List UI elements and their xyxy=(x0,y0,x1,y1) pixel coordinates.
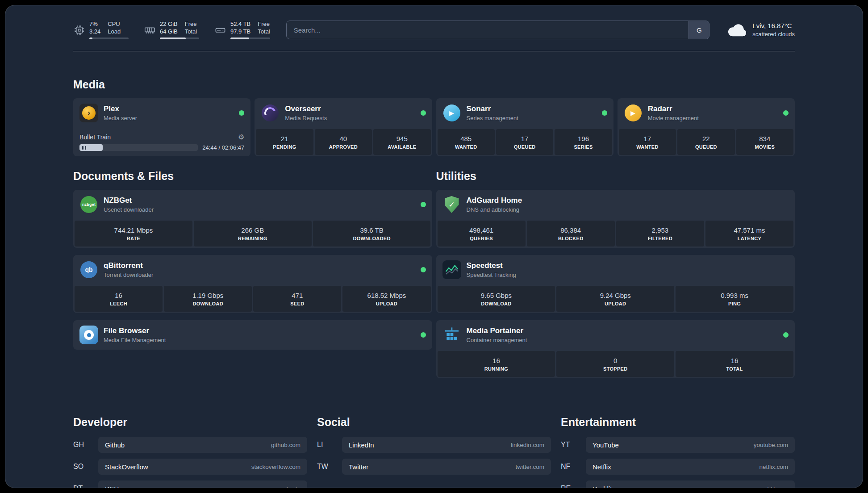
stat-label: APPROVED xyxy=(329,144,358,150)
stat-label: SERIES xyxy=(574,144,593,150)
status-dot xyxy=(421,332,426,338)
service-card-sonarr[interactable]: ▶ Sonarr Series management 485 WANTED 17… xyxy=(436,98,613,156)
stats-row: 16 RUNNING 0 STOPPED 16 TOTAL xyxy=(436,350,795,378)
stat-label: DOWNLOADED xyxy=(353,236,390,241)
resource-widget: 22 GiB 64 GiB Free Total xyxy=(144,21,199,39)
stat-label: QUEUED xyxy=(695,144,717,150)
stat-value: 266 GB xyxy=(241,226,264,234)
bookmark-linkedin[interactable]: LI LinkedIn linkedin.com xyxy=(317,437,551,453)
resource-progressbar xyxy=(89,38,129,39)
resource-value-1: 22 GiB xyxy=(160,21,178,28)
bookmark-abbr: DT xyxy=(73,485,98,488)
service-card-file-browser[interactable]: File Browser Media File Management xyxy=(73,320,432,350)
bookmark-domain: github.com xyxy=(271,442,300,448)
section-title-documents: Documents & Files xyxy=(73,170,432,183)
stat-label: PENDING xyxy=(273,144,296,150)
bookmark-dev[interactable]: DT DEV dev.to xyxy=(73,480,307,488)
resource-value-2: 64 GiB xyxy=(160,28,178,36)
resource-widgets: 7% 3.24 CPU Load 22 GiB 64 GiB Free T xyxy=(73,21,270,39)
utilities-cards: ✓ AdGuard Home DNS and adblocking 498,46… xyxy=(436,190,795,378)
weather-condition: scattered clouds xyxy=(752,30,795,38)
service-subtitle: Container management xyxy=(467,337,527,343)
gear-icon[interactable]: ⚙ xyxy=(238,133,244,141)
stat-label: TOTAL xyxy=(726,366,743,372)
weather-widget: Lviv, 16.87°C scattered clouds xyxy=(727,21,795,38)
service-card-overseerr[interactable]: Overseerr Media Requests 21 PENDING 40 A… xyxy=(255,98,432,156)
bookmark-abbr: GH xyxy=(73,441,98,449)
stat: 266 GB REMAINING xyxy=(194,221,312,246)
service-subtitle: Usenet downloader xyxy=(104,206,154,213)
sonarr-icon: ▶ xyxy=(442,104,461,122)
playback-time: 24:44 / 02:06:47 xyxy=(202,144,244,151)
memory-icon xyxy=(144,24,156,36)
bookmark-name: StackOverflow xyxy=(105,463,148,471)
stat-label: LEECH xyxy=(110,301,127,306)
service-card-speedtest[interactable]: Speedtest Speedtest Tracking 9.65 Gbps D… xyxy=(436,255,795,313)
bookmark-group-title: Entertainment xyxy=(561,416,795,429)
bookmark-twitter[interactable]: TW Twitter twitter.com xyxy=(317,459,551,475)
bookmark-group-entertainment: Entertainment YT YouTube youtube.com NF … xyxy=(561,416,795,488)
service-name: NZBGet xyxy=(104,196,154,205)
stats-row: 21 PENDING 40 APPROVED 945 AVAILABLE xyxy=(255,128,432,156)
stats-row: 16 LEECH 1.19 Gbps DOWNLOAD 471 SEED 618… xyxy=(73,284,432,313)
bookmark-abbr: NF xyxy=(561,463,586,471)
stat: 1.19 Gbps DOWNLOAD xyxy=(164,286,252,312)
stat-value: 21 xyxy=(281,135,288,142)
bookmark-youtube[interactable]: YT YouTube youtube.com xyxy=(561,437,795,453)
playback-progressbar xyxy=(79,144,198,151)
status-dot xyxy=(239,110,244,116)
resource-label-2: Total xyxy=(258,28,270,36)
two-column-area: Documents & Files nzbget NZBGet Usenet d… xyxy=(73,170,795,378)
stat-value: 744.21 Mbps xyxy=(114,226,153,234)
resource-value-2: 3.24 xyxy=(89,28,100,36)
bookmark-name: LinkedIn xyxy=(349,441,374,449)
resource-label-1: Free xyxy=(185,21,197,28)
stat: 196 SERIES xyxy=(555,129,612,155)
bookmark-netflix[interactable]: NF Netflix netflix.com xyxy=(561,459,795,475)
resource-widget: 52.4 TB 97.9 TB Free Total xyxy=(214,21,270,39)
search-provider-button[interactable]: G xyxy=(689,21,709,39)
stat: 40 APPROVED xyxy=(315,129,372,155)
stat: 945 AVAILABLE xyxy=(373,129,430,155)
stat-value: 17 xyxy=(644,135,651,142)
adguard-icon: ✓ xyxy=(442,195,461,214)
service-card-radarr[interactable]: ▶ Radarr Movie management 17 WANTED 22 Q… xyxy=(618,98,795,156)
bookmark-name: YouTube xyxy=(593,441,619,449)
bookmark-stackoverflow[interactable]: SO StackOverflow stackoverflow.com xyxy=(73,459,307,475)
stat-label: MOVIES xyxy=(755,144,775,150)
service-card-media-portainer[interactable]: Media Portainer Container management 16 … xyxy=(436,320,795,378)
stat-label: STOPPED xyxy=(603,366,627,372)
bookmark-github[interactable]: GH Github github.com xyxy=(73,437,307,453)
service-card-plex[interactable]: › Plex Media server Bullet Train ⚙ 24:44… xyxy=(73,98,250,156)
disk-icon xyxy=(214,24,226,36)
stat-value: 9.24 Gbps xyxy=(600,292,631,299)
stat-label: QUERIES xyxy=(470,236,493,241)
stats-row: 498,461 QUERIES 86,384 BLOCKED 2,953 FIL… xyxy=(436,219,795,248)
stat-value: 40 xyxy=(340,135,347,142)
service-card-qbittorrent[interactable]: qb qBittorrent Torrent downloader 16 LEE… xyxy=(73,255,432,313)
service-name: Speedtest xyxy=(467,261,516,270)
resource-value-2: 97.9 TB xyxy=(230,28,250,36)
resource-label-1: Free xyxy=(258,21,270,28)
bookmark-domain: dev.to xyxy=(284,485,300,489)
stat-value: 945 xyxy=(396,135,408,142)
bookmark-reddit[interactable]: RE Reddit reddit.com xyxy=(561,480,795,488)
bookmark-group-title: Social xyxy=(317,416,551,429)
stat-label: SEED xyxy=(290,301,304,306)
search-input[interactable] xyxy=(287,21,689,39)
stat-label: UPLOAD xyxy=(376,301,397,306)
qbittorrent-icon: qb xyxy=(79,260,98,279)
stat-label: WANTED xyxy=(455,144,477,150)
media-cards: › Plex Media server Bullet Train ⚙ 24:44… xyxy=(73,98,795,156)
cloud-icon xyxy=(727,23,747,37)
stats-row: 485 WANTED 17 QUEUED 196 SERIES xyxy=(436,128,613,156)
top-bar: 7% 3.24 CPU Load 22 GiB 64 GiB Free T xyxy=(73,5,795,39)
stat: 17 WANTED xyxy=(619,129,676,155)
service-card-adguard-home[interactable]: ✓ AdGuard Home DNS and adblocking 498,46… xyxy=(436,190,795,248)
service-card-nzbget[interactable]: nzbget NZBGet Usenet downloader 744.21 M… xyxy=(73,190,432,248)
cpu-icon xyxy=(73,24,85,36)
stat-value: 9.65 Gbps xyxy=(481,292,512,299)
stat: 2,953 FILTERED xyxy=(616,221,704,246)
radarr-icon: ▶ xyxy=(624,104,643,122)
service-subtitle: DNS and adblocking xyxy=(467,206,522,213)
